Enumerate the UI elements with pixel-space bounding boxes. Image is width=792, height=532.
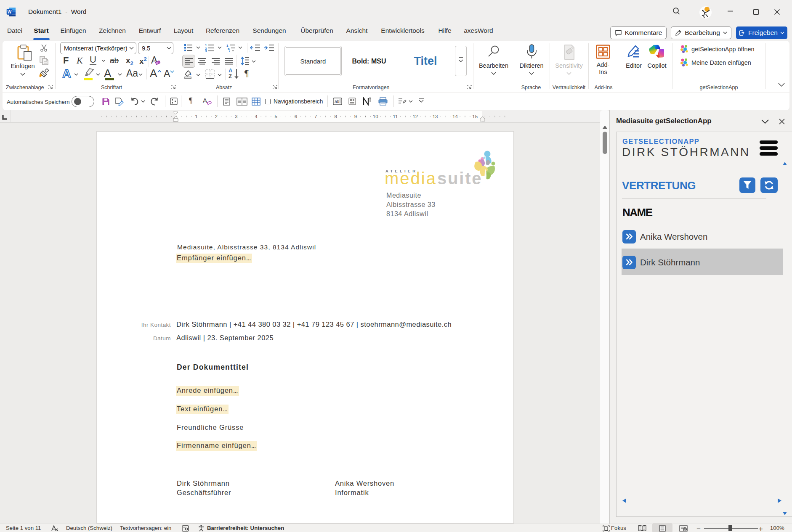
svg-text:7: 7: [314, 114, 317, 119]
svg-text:W: W: [8, 10, 12, 14]
svg-text:8: 8: [334, 114, 337, 119]
svg-text:6: 6: [295, 114, 297, 119]
svg-text:ab: ab: [335, 99, 340, 104]
svg-text:5: 5: [274, 114, 277, 119]
svg-text:15: 15: [472, 114, 478, 119]
svg-text:11: 11: [393, 114, 398, 119]
svg-text:2: 2: [215, 114, 218, 119]
svg-text:1: 1: [195, 114, 197, 119]
svg-text:3: 3: [235, 114, 237, 119]
svg-text:10: 10: [373, 114, 378, 119]
svg-text:9: 9: [354, 114, 357, 119]
svg-text:12: 12: [412, 114, 418, 119]
svg-text:4: 4: [255, 114, 258, 119]
svg-text:i: i: [229, 50, 230, 52]
svg-text:13: 13: [433, 114, 438, 119]
svg-text:3: 3: [205, 49, 207, 52]
svg-text:14: 14: [452, 114, 458, 119]
